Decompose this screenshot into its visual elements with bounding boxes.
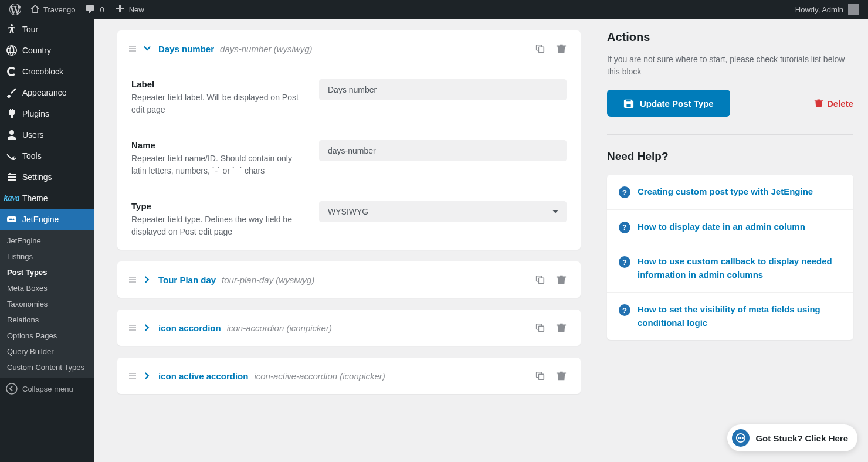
save-icon <box>623 98 634 108</box>
svg-point-0 <box>11 24 13 26</box>
svg-point-1 <box>9 173 11 175</box>
svg-point-26 <box>738 437 740 439</box>
svg-rect-20 <box>538 326 544 331</box>
field-header[interactable]: Tour Plan day tour-plan-day (wysiwyg) <box>117 261 581 298</box>
home-icon <box>30 5 40 14</box>
collapse-menu[interactable]: Collapse menu <box>0 378 94 399</box>
svg-rect-22 <box>129 375 136 376</box>
question-icon: ? <box>619 222 630 233</box>
comments-link[interactable]: 0 <box>80 0 108 19</box>
plug-icon <box>6 108 18 120</box>
question-icon: ? <box>619 186 630 198</box>
drag-handle-icon[interactable] <box>129 372 136 379</box>
drag-handle-icon[interactable] <box>129 324 136 331</box>
site-name-link[interactable]: Travengo <box>26 0 80 19</box>
menu-tour[interactable]: Tour <box>0 19 94 40</box>
help-item[interactable]: ? How to use custom callback to display … <box>607 244 853 293</box>
right-sidebar: Actions If you are not sure where to sta… <box>592 19 868 462</box>
menu-appearance[interactable]: Appearance <box>0 82 94 103</box>
chevron-right-icon[interactable] <box>142 322 152 333</box>
svg-rect-13 <box>129 277 136 278</box>
drag-handle-icon[interactable] <box>129 276 136 283</box>
field-header[interactable]: icon active accordion icon-active-accord… <box>117 358 581 394</box>
help-item[interactable]: ? Creating custom post type with JetEngi… <box>607 175 853 210</box>
actions-desc: If you are not sure where to start, plea… <box>607 53 853 78</box>
svg-rect-10 <box>129 48 136 49</box>
svg-rect-15 <box>129 281 136 283</box>
label-input[interactable] <box>319 79 567 100</box>
jetengine-submenu: JetEngine Listings Post Types Meta Boxes… <box>0 230 94 378</box>
svg-rect-21 <box>129 373 136 374</box>
menu-jetengine[interactable]: JetEngine <box>0 209 94 230</box>
field-meta: icon-accordion (iconpicker) <box>227 323 332 333</box>
submenu-custom-content[interactable]: Custom Content Types <box>0 359 94 375</box>
admin-sidebar: Tour Country Crocoblock Appearance Plugi… <box>0 19 94 462</box>
site-name-text: Travengo <box>43 5 75 14</box>
trash-icon[interactable] <box>554 41 569 56</box>
field-header[interactable]: Days number days-number (wysiwyg) <box>117 30 581 67</box>
help-item[interactable]: ? How to set the visibility of meta fiel… <box>607 293 853 340</box>
globe-icon <box>6 45 18 56</box>
submenu-query-builder[interactable]: Query Builder <box>0 344 94 359</box>
menu-settings[interactable]: Settings <box>0 167 94 188</box>
menu-country[interactable]: Country <box>0 40 94 61</box>
name-input[interactable] <box>319 140 567 161</box>
field-title: Tour Plan day <box>158 275 216 285</box>
submenu-relations[interactable]: Relations <box>0 312 94 328</box>
menu-tools[interactable]: Tools <box>0 145 94 167</box>
svg-rect-18 <box>129 327 136 328</box>
row-desc-label: Repeater field label. Will be displayed … <box>131 91 307 116</box>
menu-plugins[interactable]: Plugins <box>0 103 94 124</box>
trash-icon[interactable] <box>554 320 569 335</box>
update-button[interactable]: Update Post Type <box>607 90 730 117</box>
field-card-days-number: Days number days-number (wysiwyg) Label … <box>117 30 581 250</box>
submenu-options-pages[interactable]: Options Pages <box>0 328 94 344</box>
submenu-post-types[interactable]: Post Types <box>0 264 94 280</box>
row-title-label: Label <box>131 79 307 89</box>
help-list: ? Creating custom post type with JetEngi… <box>607 175 853 340</box>
svg-point-8 <box>6 383 17 394</box>
new-content-link[interactable]: New <box>109 0 149 19</box>
field-card-tour-plan-day: Tour Plan day tour-plan-day (wysiwyg) <box>117 261 581 298</box>
menu-theme[interactable]: kava Theme <box>0 188 94 209</box>
trash-icon[interactable] <box>554 272 569 287</box>
copy-icon[interactable] <box>533 272 548 287</box>
svg-rect-24 <box>538 374 544 379</box>
chevron-down-icon[interactable] <box>142 43 152 54</box>
chevron-right-icon[interactable] <box>142 274 152 285</box>
svg-rect-17 <box>129 325 136 326</box>
copy-icon[interactable] <box>533 320 548 335</box>
user-icon <box>6 129 18 141</box>
actions-title: Actions <box>607 30 853 44</box>
submenu-meta-boxes[interactable]: Meta Boxes <box>0 280 94 296</box>
type-select[interactable]: WYSIWYG <box>319 201 567 222</box>
copy-icon[interactable] <box>533 41 548 56</box>
trash-icon[interactable] <box>554 368 569 383</box>
submenu-listings[interactable]: Listings <box>0 249 94 264</box>
wp-logo[interactable] <box>5 0 26 19</box>
crocoblock-icon <box>6 66 18 77</box>
menu-users[interactable]: Users <box>0 124 94 145</box>
delete-button[interactable]: Delete <box>814 98 853 108</box>
submenu-jetengine[interactable]: JetEngine <box>0 233 94 249</box>
svg-point-6 <box>11 219 13 220</box>
submenu-taxonomies[interactable]: Taxonomies <box>0 296 94 312</box>
brush-icon <box>6 87 18 98</box>
question-icon: ? <box>619 256 630 268</box>
chevron-right-icon[interactable] <box>142 371 152 381</box>
svg-rect-14 <box>129 279 136 280</box>
jetengine-icon <box>6 213 18 225</box>
field-title: Days number <box>158 44 214 54</box>
help-item[interactable]: ? How to display date in an admin column <box>607 210 853 245</box>
svg-point-27 <box>740 437 742 439</box>
wrench-icon <box>6 150 18 162</box>
field-body: Label Repeater field label. Will be disp… <box>117 67 581 250</box>
field-header[interactable]: icon accordion icon-accordion (iconpicke… <box>117 310 581 346</box>
stuck-widget[interactable]: Got Stuck? Click Here <box>727 424 857 451</box>
field-meta: tour-plan-day (wysiwyg) <box>222 275 314 285</box>
field-card-icon-active-accordion: icon active accordion icon-active-accord… <box>117 358 581 394</box>
user-menu[interactable]: Howdy, Admin <box>795 4 863 15</box>
menu-crocoblock[interactable]: Crocoblock <box>0 61 94 82</box>
drag-handle-icon[interactable] <box>129 45 136 52</box>
copy-icon[interactable] <box>533 368 548 383</box>
